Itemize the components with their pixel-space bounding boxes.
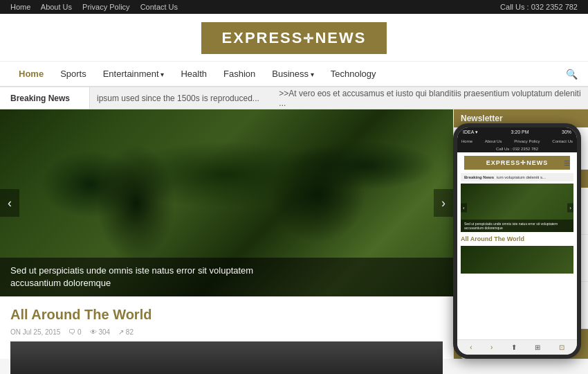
topbar-privacy[interactable]: Privacy Policy xyxy=(82,3,129,11)
hero-slider: Sed ut perspiciatis unde omnis iste natu… xyxy=(0,109,453,296)
search-icon[interactable]: 🔍 xyxy=(566,69,578,80)
logo-text: EXPRESS xyxy=(222,29,304,46)
logo[interactable]: EXPRESS✛NEWS xyxy=(201,22,387,54)
phone-status-bar: IDEA ▾ 3:20 PM 30% xyxy=(457,127,577,137)
phone-hero-caption: Sed ut perspiciatis unde omnis iste natu… xyxy=(461,220,573,232)
phone-battery: 30% xyxy=(562,130,571,135)
phone-screen: IDEA ▾ 3:20 PM 30% Home About Us Privacy… xyxy=(457,127,577,355)
article-thumbnail xyxy=(10,341,443,374)
phone-back-icon[interactable]: ‹ xyxy=(470,344,472,351)
phone-forward-icon[interactable]: › xyxy=(490,344,493,351)
meta-shares: ↗ 82 xyxy=(118,328,134,336)
phone-slider-prev[interactable]: ‹ xyxy=(461,204,467,213)
top-bar-links: Home About Us Privacy Policy Contact Us xyxy=(10,3,186,11)
nav-health[interactable]: Health xyxy=(172,62,215,86)
nav-business[interactable]: Business xyxy=(264,62,322,86)
phone-hero: ‹ › Sed ut perspiciatis unde omnis iste … xyxy=(461,184,573,232)
phone-world-title: All Around The World xyxy=(461,235,573,242)
phone-slider-next[interactable]: › xyxy=(567,204,573,213)
phone-bookmark-icon[interactable]: ⊞ xyxy=(535,344,540,351)
article-meta: ON Jul 25, 2015 🗨 0 👁 304 ↗ 82 xyxy=(10,328,443,336)
phone-share-icon[interactable]: ⬆ xyxy=(511,344,517,351)
phone-status-left: IDEA ▾ xyxy=(463,130,478,135)
nav-links: Home Sports Entertainment Health Fashion… xyxy=(10,62,385,86)
phone-nav-contact[interactable]: Contact Us xyxy=(552,139,573,143)
phone-breaking-news: Breaking News ium voluptatum deleniti s.… xyxy=(461,173,573,181)
meta-comments: 🗨 0 xyxy=(68,328,81,336)
hero-caption: Sed ut perspiciatis unde omnis iste natu… xyxy=(0,258,453,296)
topbar-about[interactable]: About Us xyxy=(41,3,72,11)
nav-home[interactable]: Home xyxy=(10,62,52,86)
phone-tabs-icon[interactable]: ⊡ xyxy=(559,344,564,351)
breaking-news-text2: >>At vero eos et accusamus et iusto qui … xyxy=(265,89,588,108)
phone-time: 3:20 PM xyxy=(511,130,529,135)
phone-bottom-bar: ‹ › ⬆ ⊞ ⊡ xyxy=(457,339,577,355)
topbar-home[interactable]: Home xyxy=(10,3,30,11)
header: EXPRESS✛NEWS xyxy=(0,14,588,62)
phone-mockup: IDEA ▾ 3:20 PM 30% Home About Us Privacy… xyxy=(453,123,581,359)
phone-menu-icon[interactable]: ☰ xyxy=(564,159,573,167)
hero-caption-line2: accusantium doloremque xyxy=(10,277,443,290)
topbar-contact[interactable]: Contact Us xyxy=(140,3,178,11)
breaking-news-bar: Breaking News ipsum used since the 1500s… xyxy=(0,87,588,109)
phone-nav-privacy[interactable]: Privacy Policy xyxy=(514,139,540,143)
main-nav: Home Sports Entertainment Health Fashion… xyxy=(0,62,588,87)
top-bar: Home About Us Privacy Policy Contact Us … xyxy=(0,0,588,14)
phone-nav-about[interactable]: About Us xyxy=(485,139,502,143)
logo-compass-icon: ✛ xyxy=(303,31,315,46)
main-wrapper: Sed ut perspiciatis unde omnis iste natu… xyxy=(0,109,588,359)
hero-caption-line1: Sed ut perspiciatis unde omnis iste natu… xyxy=(10,265,443,277)
below-hero: All Around The World ON Jul 25, 2015 🗨 0… xyxy=(0,296,453,374)
slider-next-button[interactable]: › xyxy=(434,189,453,217)
phone-logo: EXPRESS✛NEWS xyxy=(464,156,570,170)
logo-text2: NEWS xyxy=(315,29,366,46)
nav-entertainment[interactable]: Entertainment xyxy=(95,62,173,86)
left-content: Sed ut perspiciatis unde omnis iste natu… xyxy=(0,109,453,359)
phone-top-nav: Home About Us Privacy Policy Contact Us xyxy=(457,137,577,145)
phone-nav-home[interactable]: Home xyxy=(461,139,472,143)
meta-date: ON Jul 25, 2015 xyxy=(10,328,60,336)
breaking-news-label: Breaking News xyxy=(0,87,90,109)
section-title: All Around The World xyxy=(10,307,443,323)
nav-sports[interactable]: Sports xyxy=(52,62,95,86)
phone-breaking-label: Breaking News xyxy=(464,175,494,179)
phone-call-info: Call Us : 032 2352 782 xyxy=(457,145,577,152)
phone-thumbnail xyxy=(461,246,573,274)
nav-technology[interactable]: Technology xyxy=(322,62,385,86)
slider-prev-button[interactable]: ‹ xyxy=(0,189,19,217)
topbar-contact-info: Call Us : 032 2352 782 xyxy=(500,3,578,11)
nav-fashion[interactable]: Fashion xyxy=(215,62,264,86)
breaking-news-text1: ipsum used since the 1500s is reproduced… xyxy=(90,93,265,103)
meta-views: 👁 304 xyxy=(90,328,110,336)
phone-breaking-text: ium voluptatum deleniti s... xyxy=(497,175,546,179)
